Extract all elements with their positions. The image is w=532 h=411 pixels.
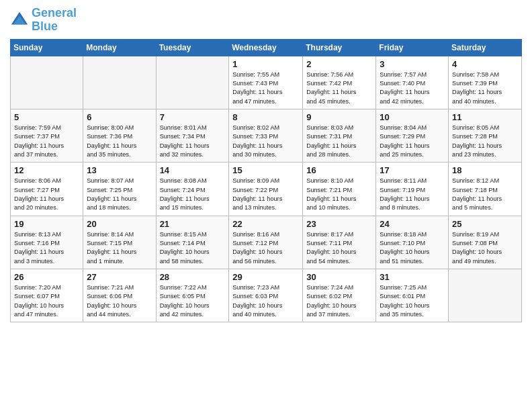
calendar-cell: 29Sunrise: 7:23 AM Sunset: 6:03 PM Dayli… (229, 269, 303, 322)
day-number: 19 (14, 219, 79, 229)
calendar-cell: 2Sunrise: 7:56 AM Sunset: 7:42 PM Daylig… (303, 56, 376, 109)
day-info: Sunrise: 7:23 AM Sunset: 6:03 PM Dayligh… (232, 283, 299, 319)
day-number: 25 (452, 219, 518, 229)
calendar-cell (11, 56, 83, 109)
calendar-cell: 31Sunrise: 7:25 AM Sunset: 6:01 PM Dayli… (376, 269, 449, 322)
day-number: 23 (306, 219, 372, 229)
weekday-header-row: SundayMondayTuesdayWednesdayThursdayFrid… (11, 39, 522, 56)
day-number: 1 (232, 59, 299, 69)
day-info: Sunrise: 8:19 AM Sunset: 7:08 PM Dayligh… (452, 230, 518, 266)
day-number: 17 (380, 165, 445, 175)
calendar-cell: 21Sunrise: 8:15 AM Sunset: 7:14 PM Dayli… (156, 216, 229, 269)
day-number: 18 (452, 165, 518, 175)
day-info: Sunrise: 7:55 AM Sunset: 7:43 PM Dayligh… (232, 71, 299, 106)
day-info: Sunrise: 8:04 AM Sunset: 7:29 PM Dayligh… (380, 124, 445, 159)
day-number: 30 (306, 272, 372, 282)
weekday-header-wednesday: Wednesday (229, 39, 303, 56)
calendar-cell: 3Sunrise: 7:57 AM Sunset: 7:40 PM Daylig… (376, 56, 449, 109)
calendar-cell: 30Sunrise: 7:24 AM Sunset: 6:02 PM Dayli… (303, 269, 376, 322)
calendar-cell: 16Sunrise: 8:10 AM Sunset: 7:21 PM Dayli… (303, 163, 376, 216)
day-number: 22 (232, 219, 299, 229)
day-info: Sunrise: 8:14 AM Sunset: 7:15 PM Dayligh… (87, 230, 152, 266)
calendar-cell: 27Sunrise: 7:21 AM Sunset: 6:06 PM Dayli… (83, 269, 156, 322)
calendar-cell: 17Sunrise: 8:11 AM Sunset: 7:19 PM Dayli… (376, 163, 449, 216)
day-number: 13 (87, 165, 152, 175)
day-number: 21 (160, 219, 226, 229)
day-info: Sunrise: 8:01 AM Sunset: 7:34 PM Dayligh… (160, 124, 226, 159)
calendar-cell: 20Sunrise: 8:14 AM Sunset: 7:15 PM Dayli… (83, 216, 156, 269)
calendar-cell: 15Sunrise: 8:09 AM Sunset: 7:22 PM Dayli… (229, 163, 303, 216)
day-info: Sunrise: 7:58 AM Sunset: 7:39 PM Dayligh… (452, 71, 518, 106)
day-number: 3 (380, 59, 445, 69)
day-number: 8 (232, 112, 299, 122)
calendar-week-row: 19Sunrise: 8:13 AM Sunset: 7:16 PM Dayli… (11, 216, 522, 269)
day-number: 28 (160, 272, 226, 282)
calendar-week-row: 26Sunrise: 7:20 AM Sunset: 6:07 PM Dayli… (11, 269, 522, 322)
day-info: Sunrise: 8:10 AM Sunset: 7:21 PM Dayligh… (306, 177, 372, 212)
day-info: Sunrise: 7:25 AM Sunset: 6:01 PM Dayligh… (380, 283, 445, 319)
calendar-cell: 12Sunrise: 8:06 AM Sunset: 7:27 PM Dayli… (11, 163, 83, 216)
calendar-cell: 9Sunrise: 8:03 AM Sunset: 7:31 PM Daylig… (303, 109, 376, 162)
day-info: Sunrise: 8:15 AM Sunset: 7:14 PM Dayligh… (160, 230, 226, 266)
day-info: Sunrise: 8:09 AM Sunset: 7:22 PM Dayligh… (232, 177, 299, 212)
calendar-table: SundayMondayTuesdayWednesdayThursdayFrid… (10, 39, 522, 323)
day-number: 27 (87, 272, 152, 282)
calendar-cell: 24Sunrise: 8:18 AM Sunset: 7:10 PM Dayli… (376, 216, 449, 269)
day-info: Sunrise: 8:05 AM Sunset: 7:28 PM Dayligh… (452, 124, 518, 159)
weekday-header-monday: Monday (83, 39, 156, 56)
day-info: Sunrise: 7:59 AM Sunset: 7:37 PM Dayligh… (14, 124, 79, 159)
day-number: 7 (160, 112, 226, 122)
weekday-header-tuesday: Tuesday (156, 39, 229, 56)
day-info: Sunrise: 8:00 AM Sunset: 7:36 PM Dayligh… (87, 124, 152, 159)
day-number: 4 (452, 59, 518, 69)
calendar-cell (449, 269, 522, 322)
calendar-week-row: 1Sunrise: 7:55 AM Sunset: 7:43 PM Daylig… (11, 56, 522, 109)
day-info: Sunrise: 7:20 AM Sunset: 6:07 PM Dayligh… (14, 283, 79, 319)
day-number: 10 (380, 112, 445, 122)
calendar-cell: 26Sunrise: 7:20 AM Sunset: 6:07 PM Dayli… (11, 269, 83, 322)
day-number: 31 (380, 272, 445, 282)
day-number: 16 (306, 165, 372, 175)
header: General Blue (10, 7, 522, 34)
logo: General Blue (10, 7, 77, 34)
calendar-cell: 6Sunrise: 8:00 AM Sunset: 7:36 PM Daylig… (83, 109, 156, 162)
weekday-header-friday: Friday (376, 39, 449, 56)
day-info: Sunrise: 7:21 AM Sunset: 6:06 PM Dayligh… (87, 283, 152, 319)
day-number: 24 (380, 219, 445, 229)
day-info: Sunrise: 8:18 AM Sunset: 7:10 PM Dayligh… (380, 230, 445, 266)
day-number: 6 (87, 112, 152, 122)
day-info: Sunrise: 8:17 AM Sunset: 7:11 PM Dayligh… (306, 230, 372, 266)
calendar-week-row: 12Sunrise: 8:06 AM Sunset: 7:27 PM Dayli… (11, 163, 522, 216)
day-number: 26 (14, 272, 79, 282)
day-number: 29 (232, 272, 299, 282)
day-info: Sunrise: 8:06 AM Sunset: 7:27 PM Dayligh… (14, 177, 79, 212)
calendar-cell: 4Sunrise: 7:58 AM Sunset: 7:39 PM Daylig… (449, 56, 522, 109)
logo-text: General Blue (32, 7, 77, 34)
calendar-cell: 22Sunrise: 8:16 AM Sunset: 7:12 PM Dayli… (229, 216, 303, 269)
calendar-cell: 28Sunrise: 7:22 AM Sunset: 6:05 PM Dayli… (156, 269, 229, 322)
calendar-cell: 13Sunrise: 8:07 AM Sunset: 7:25 PM Dayli… (83, 163, 156, 216)
day-number: 2 (306, 59, 372, 69)
day-number: 15 (232, 165, 299, 175)
calendar-cell (83, 56, 156, 109)
day-number: 5 (14, 112, 79, 122)
calendar-cell: 11Sunrise: 8:05 AM Sunset: 7:28 PM Dayli… (449, 109, 522, 162)
calendar-cell: 23Sunrise: 8:17 AM Sunset: 7:11 PM Dayli… (303, 216, 376, 269)
calendar-cell: 7Sunrise: 8:01 AM Sunset: 7:34 PM Daylig… (156, 109, 229, 162)
day-info: Sunrise: 7:22 AM Sunset: 6:05 PM Dayligh… (160, 283, 226, 319)
day-info: Sunrise: 7:57 AM Sunset: 7:40 PM Dayligh… (380, 71, 445, 106)
day-info: Sunrise: 8:08 AM Sunset: 7:24 PM Dayligh… (160, 177, 226, 212)
day-number: 11 (452, 112, 518, 122)
calendar-cell: 14Sunrise: 8:08 AM Sunset: 7:24 PM Dayli… (156, 163, 229, 216)
day-number: 12 (14, 165, 79, 175)
logo-icon (10, 11, 29, 30)
day-info: Sunrise: 8:11 AM Sunset: 7:19 PM Dayligh… (380, 177, 445, 212)
day-info: Sunrise: 8:07 AM Sunset: 7:25 PM Dayligh… (87, 177, 152, 212)
calendar-cell: 5Sunrise: 7:59 AM Sunset: 7:37 PM Daylig… (11, 109, 83, 162)
calendar-cell: 8Sunrise: 8:02 AM Sunset: 7:33 PM Daylig… (229, 109, 303, 162)
weekday-header-sunday: Sunday (11, 39, 83, 56)
weekday-header-saturday: Saturday (449, 39, 522, 56)
calendar-cell: 19Sunrise: 8:13 AM Sunset: 7:16 PM Dayli… (11, 216, 83, 269)
day-info: Sunrise: 8:02 AM Sunset: 7:33 PM Dayligh… (232, 124, 299, 159)
day-info: Sunrise: 7:56 AM Sunset: 7:42 PM Dayligh… (306, 71, 372, 106)
